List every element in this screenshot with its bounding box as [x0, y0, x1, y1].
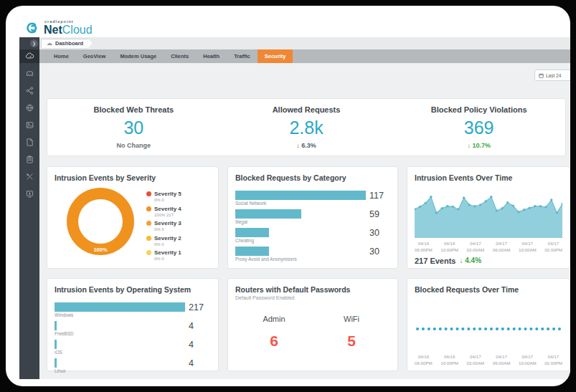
x-axis-tick: 04/1610:00PM [440, 241, 458, 254]
kpi-blocked-web-threats: Blocked Web Threats 30 No Change [47, 99, 220, 156]
bar-row: 59Illegal [235, 209, 390, 224]
main-content: Last 24 Blocked Web Threats 30 No Change… [39, 63, 570, 379]
dashboard-icon [25, 52, 34, 61]
legend-item[interactable]: Severity 4100% 217 [146, 206, 211, 217]
tab-security[interactable]: Security [258, 49, 293, 63]
tab-traffic[interactable]: Traffic [227, 49, 258, 63]
bar[interactable] [55, 340, 57, 349]
bar-value: 59 [369, 209, 379, 219]
card-intrusion-events-by-severity: Intrusion Events by Severity 100% Severi… [47, 166, 219, 269]
card-title: Blocked Requests Over Time [415, 285, 562, 294]
legend-item[interactable]: Severity 20% 0 [146, 235, 211, 247]
kpi-value: 30 [123, 118, 143, 138]
stat-value: 5 [313, 333, 390, 350]
events-area-chart[interactable] [415, 191, 562, 238]
tab-modem-usage[interactable]: Modem Usage [113, 49, 164, 63]
x-axis-tick: 04/1702:00PM [544, 354, 562, 367]
tab-clients[interactable]: Clients [164, 49, 196, 63]
sidebar-item-file[interactable] [19, 135, 39, 149]
bar-label: Windows [55, 312, 211, 317]
kpi-change: No Change [117, 142, 151, 149]
sidebar [19, 49, 39, 379]
devices-icon [25, 69, 34, 78]
card-title: Intrusion Events by Operating System [55, 285, 211, 294]
sidebar-item-console[interactable] [19, 187, 39, 201]
blocked-requests-dot-chart[interactable] [415, 307, 562, 351]
sidebar-collapse-button[interactable]: ❯ [30, 39, 38, 47]
severity-legend: Severity 50% 0Severity 4100% 217Severity… [146, 188, 211, 264]
bar[interactable] [55, 302, 185, 312]
legend-value: 0% 0 [154, 242, 211, 247]
bar[interactable] [235, 191, 366, 200]
kpi-allowed-requests: Allowed Requests 2.8k ↓ 6.3% [220, 99, 393, 156]
console-icon [25, 189, 34, 199]
sidebar-item-image[interactable] [19, 118, 39, 132]
sidebar-item-dashboard[interactable] [19, 49, 39, 63]
legend-item[interactable]: Severity 30% 0 [146, 220, 211, 231]
tab-geoview[interactable]: GeoView [76, 49, 113, 63]
legend-dot [146, 191, 151, 196]
bar-label: FreeBSD [55, 331, 211, 336]
bar-label: Cheating [235, 238, 390, 243]
legend-value: 0% 0 [154, 257, 211, 261]
x-axis-tick: 04/1702:00AM [466, 354, 484, 367]
x-axis-tick: 04/1606:00PM [415, 241, 433, 254]
legend-dot [146, 206, 151, 211]
date-range-button[interactable]: Last 24 [534, 70, 570, 81]
tab-health[interactable]: Health [196, 49, 227, 63]
breadcrumb-bar: ❯ ☁ Dashboard [19, 37, 570, 49]
donut-center-label: 100% [67, 247, 134, 253]
kpi-value: 369 [464, 118, 494, 138]
tab-home[interactable]: Home [47, 49, 76, 63]
bar-row: 217Windows [55, 302, 211, 317]
bar[interactable] [235, 209, 301, 219]
card-routers-default-passwords: Routers with Default Passwords Default P… [227, 278, 398, 371]
x-axis-tick: 04/1706:00AM [493, 241, 511, 254]
bar-label: Social Network [235, 201, 390, 206]
bar[interactable] [55, 358, 57, 368]
kpi-value: 2.8k [289, 118, 323, 138]
sidebar-item-share[interactable] [19, 84, 39, 97]
card-title: Intrusion Events by Severity [55, 173, 211, 182]
bar-value: 217 [189, 302, 204, 312]
legend-dot [146, 250, 151, 255]
legend-value: 0% 0 [154, 227, 211, 231]
card-blocked-requests-by-category: Blocked Requests by Category 117Social N… [227, 166, 398, 269]
sidebar-item-tools[interactable] [19, 170, 39, 183]
card-title: Blocked Requests by Category [235, 173, 390, 182]
legend-label: Severity 2 [154, 235, 181, 242]
sidebar-item-devices[interactable] [19, 67, 39, 80]
kpi-title: Blocked Web Threats [94, 105, 174, 114]
bar-value: 30 [369, 228, 379, 238]
legend-label: Severity 3 [154, 220, 181, 226]
bar[interactable] [235, 228, 269, 237]
breadcrumb-dashboard-tab[interactable]: ☁ Dashboard [41, 39, 93, 49]
stat-wifi: WiFi 5 [313, 315, 390, 350]
x-axis-tick: 04/1710:00AM [519, 241, 537, 254]
nav-tabs: HomeGeoViewModem UsageClientsHealthTraff… [39, 49, 570, 63]
bar-row: 30Proxy Avoid and Anonymizers [235, 247, 390, 262]
legend-item[interactable]: Severity 10% 0 [146, 249, 211, 261]
sidebar-item-globe[interactable] [19, 101, 39, 115]
sidebar-item-clipboard[interactable] [19, 153, 39, 166]
calendar-icon [539, 73, 544, 78]
bar-label: iOS [55, 350, 211, 355]
card-subtitle: Default Password Enabled [235, 295, 390, 300]
card-blocked-requests-over-time: Blocked Requests Over Time 04/1606:00PM0… [407, 278, 570, 371]
card-title: Routers with Default Passwords [235, 285, 390, 294]
severity-donut-chart[interactable]: 100% [67, 188, 134, 255]
card-intrusion-events-by-os: Intrusion Events by Operating System 217… [47, 278, 219, 371]
bar-row: 4FreeBSD [55, 321, 211, 336]
card-title: Intrusion Events Over Time [415, 173, 562, 182]
legend-item[interactable]: Severity 50% 0 [146, 191, 211, 202]
bar-label: Linux [55, 368, 211, 373]
events-change: ↓ 4.4% [459, 257, 481, 264]
kpi-summary-card: Blocked Web Threats 30 No Change Allowed… [47, 98, 566, 156]
legend-dot [146, 236, 151, 241]
chevron-right-icon: ❯ [32, 41, 36, 46]
bar[interactable] [55, 321, 57, 330]
bar[interactable] [235, 247, 269, 256]
bar-value: 4 [189, 321, 194, 331]
stat-value: 6 [235, 333, 313, 350]
brand-name: NetCloud [44, 24, 93, 36]
